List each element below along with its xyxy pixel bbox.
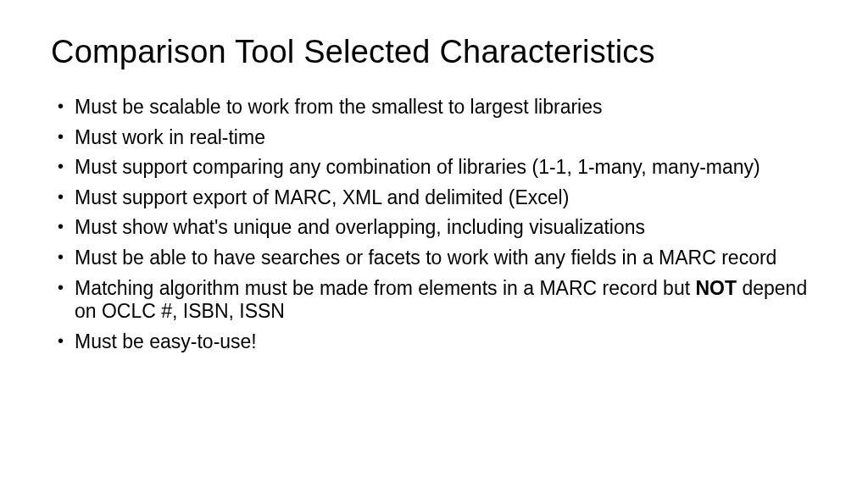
list-item: Must be able to have searches or facets …	[51, 247, 817, 270]
list-item: Must be easy-to-use!	[51, 330, 817, 354]
list-item: Must support export of MARC, XML and del…	[51, 186, 817, 210]
bullet-text-bold: NOT	[695, 277, 737, 299]
list-item: Must be scalable to work from the smalle…	[51, 96, 817, 119]
bullet-list: Must be scalable to work from the smalle…	[51, 96, 817, 353]
list-item: Must work in real-time	[51, 126, 817, 150]
slide-title: Comparison Tool Selected Characteristics	[51, 34, 817, 70]
list-item: Must show what's unique and overlapping,…	[51, 216, 817, 240]
list-item: Must support comparing any combination o…	[51, 156, 817, 180]
bullet-text-prefix: Matching algorithm must be made from ele…	[75, 277, 695, 299]
list-item: Matching algorithm must be made from ele…	[51, 277, 817, 324]
